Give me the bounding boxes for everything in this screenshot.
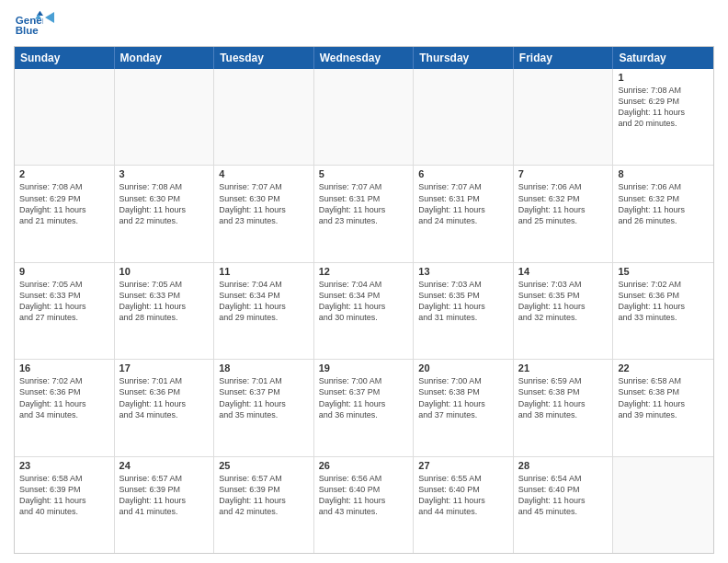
day-number: 2 xyxy=(19,168,109,179)
day-number: 27 xyxy=(418,460,508,471)
day-info: Sunrise: 7:05 AM Sunset: 6:33 PM Dayligh… xyxy=(119,279,210,324)
calendar-cell xyxy=(613,457,713,553)
day-info: Sunrise: 7:07 AM Sunset: 6:31 PM Dayligh… xyxy=(319,181,409,226)
day-number: 7 xyxy=(518,168,609,179)
day-number: 18 xyxy=(219,362,309,373)
day-number: 23 xyxy=(19,460,109,471)
svg-text:Blue: Blue xyxy=(16,25,40,36)
day-info: Sunrise: 6:59 AM Sunset: 6:38 PM Dayligh… xyxy=(518,375,609,420)
day-info: Sunrise: 6:54 AM Sunset: 6:40 PM Dayligh… xyxy=(518,473,609,518)
calendar-cell xyxy=(15,69,115,165)
calendar-cell: 17Sunrise: 7:01 AM Sunset: 6:36 PM Dayli… xyxy=(115,360,215,455)
calendar-body: 1Sunrise: 7:08 AM Sunset: 6:29 PM Daylig… xyxy=(15,69,713,553)
calendar-cell: 25Sunrise: 6:57 AM Sunset: 6:39 PM Dayli… xyxy=(214,457,314,553)
day-number: 21 xyxy=(518,362,609,373)
calendar-cell: 24Sunrise: 6:57 AM Sunset: 6:39 PM Dayli… xyxy=(115,457,215,553)
day-number: 1 xyxy=(618,72,709,83)
day-header-thursday: Thursday xyxy=(414,47,514,69)
calendar-week-5: 23Sunrise: 6:58 AM Sunset: 6:39 PM Dayli… xyxy=(15,457,713,553)
day-number: 9 xyxy=(19,266,109,277)
calendar-cell xyxy=(414,69,514,165)
day-info: Sunrise: 7:05 AM Sunset: 6:33 PM Dayligh… xyxy=(19,279,109,324)
day-info: Sunrise: 7:08 AM Sunset: 6:30 PM Dayligh… xyxy=(119,181,210,226)
svg-marker-4 xyxy=(45,12,54,23)
day-info: Sunrise: 7:02 AM Sunset: 6:36 PM Dayligh… xyxy=(618,279,709,324)
calendar-cell: 4Sunrise: 7:07 AM Sunset: 6:30 PM Daylig… xyxy=(214,166,314,261)
day-number: 16 xyxy=(19,362,109,373)
day-info: Sunrise: 7:08 AM Sunset: 6:29 PM Dayligh… xyxy=(618,85,709,130)
day-header-tuesday: Tuesday xyxy=(214,47,314,69)
day-number: 24 xyxy=(119,460,210,471)
day-info: Sunrise: 6:58 AM Sunset: 6:38 PM Dayligh… xyxy=(618,375,709,420)
calendar-cell: 28Sunrise: 6:54 AM Sunset: 6:40 PM Dayli… xyxy=(514,457,614,553)
day-number: 22 xyxy=(618,362,709,373)
day-info: Sunrise: 6:57 AM Sunset: 6:39 PM Dayligh… xyxy=(119,473,210,518)
day-number: 20 xyxy=(418,362,508,373)
calendar-cell: 27Sunrise: 6:55 AM Sunset: 6:40 PM Dayli… xyxy=(414,457,514,553)
day-number: 26 xyxy=(319,460,409,471)
day-number: 5 xyxy=(319,168,409,179)
calendar-week-2: 2Sunrise: 7:08 AM Sunset: 6:29 PM Daylig… xyxy=(15,166,713,262)
page: General Blue SundayMondayTuesdayWednesda… xyxy=(0,0,728,563)
day-number: 13 xyxy=(418,266,508,277)
calendar-cell: 18Sunrise: 7:01 AM Sunset: 6:37 PM Dayli… xyxy=(214,360,314,455)
calendar-cell xyxy=(314,69,415,165)
calendar-week-3: 9Sunrise: 7:05 AM Sunset: 6:33 PM Daylig… xyxy=(15,263,713,360)
calendar-cell: 14Sunrise: 7:03 AM Sunset: 6:35 PM Dayli… xyxy=(514,263,614,359)
day-header-wednesday: Wednesday xyxy=(314,47,415,69)
day-info: Sunrise: 7:07 AM Sunset: 6:30 PM Dayligh… xyxy=(219,181,309,226)
calendar-cell xyxy=(214,69,314,165)
calendar-cell: 26Sunrise: 6:56 AM Sunset: 6:40 PM Dayli… xyxy=(314,457,415,553)
calendar-week-1: 1Sunrise: 7:08 AM Sunset: 6:29 PM Daylig… xyxy=(15,69,713,166)
calendar-cell: 2Sunrise: 7:08 AM Sunset: 6:29 PM Daylig… xyxy=(15,166,115,261)
calendar-cell: 23Sunrise: 6:58 AM Sunset: 6:39 PM Dayli… xyxy=(15,457,115,553)
calendar-cell xyxy=(115,69,215,165)
day-number: 4 xyxy=(219,168,309,179)
day-header-friday: Friday xyxy=(514,47,614,69)
calendar-cell: 20Sunrise: 7:00 AM Sunset: 6:38 PM Dayli… xyxy=(414,360,514,455)
day-number: 11 xyxy=(219,266,309,277)
calendar-cell: 11Sunrise: 7:04 AM Sunset: 6:34 PM Dayli… xyxy=(214,263,314,359)
calendar-week-4: 16Sunrise: 7:02 AM Sunset: 6:36 PM Dayli… xyxy=(15,360,713,456)
day-number: 14 xyxy=(518,266,609,277)
day-info: Sunrise: 7:02 AM Sunset: 6:36 PM Dayligh… xyxy=(19,375,109,420)
calendar-cell: 10Sunrise: 7:05 AM Sunset: 6:33 PM Dayli… xyxy=(115,263,215,359)
day-header-monday: Monday xyxy=(115,47,215,69)
calendar-cell: 6Sunrise: 7:07 AM Sunset: 6:31 PM Daylig… xyxy=(414,166,514,261)
calendar-cell xyxy=(514,69,614,165)
day-info: Sunrise: 7:06 AM Sunset: 6:32 PM Dayligh… xyxy=(518,181,609,226)
calendar-cell: 19Sunrise: 7:00 AM Sunset: 6:37 PM Dayli… xyxy=(314,360,415,455)
day-info: Sunrise: 6:56 AM Sunset: 6:40 PM Dayligh… xyxy=(319,473,409,518)
day-info: Sunrise: 7:06 AM Sunset: 6:32 PM Dayligh… xyxy=(618,181,709,226)
calendar-header: SundayMondayTuesdayWednesdayThursdayFrid… xyxy=(15,47,713,69)
calendar-cell: 9Sunrise: 7:05 AM Sunset: 6:33 PM Daylig… xyxy=(15,263,115,359)
calendar-cell: 7Sunrise: 7:06 AM Sunset: 6:32 PM Daylig… xyxy=(514,166,614,261)
day-number: 17 xyxy=(119,362,210,373)
day-number: 12 xyxy=(319,266,409,277)
day-info: Sunrise: 7:00 AM Sunset: 6:38 PM Dayligh… xyxy=(418,375,508,420)
day-header-saturday: Saturday xyxy=(613,47,713,69)
day-info: Sunrise: 7:01 AM Sunset: 6:37 PM Dayligh… xyxy=(219,375,309,420)
calendar-cell: 12Sunrise: 7:04 AM Sunset: 6:34 PM Dayli… xyxy=(314,263,415,359)
calendar-cell: 3Sunrise: 7:08 AM Sunset: 6:30 PM Daylig… xyxy=(115,166,215,261)
day-header-sunday: Sunday xyxy=(15,47,115,69)
calendar-cell: 13Sunrise: 7:03 AM Sunset: 6:35 PM Dayli… xyxy=(414,263,514,359)
day-info: Sunrise: 7:00 AM Sunset: 6:37 PM Dayligh… xyxy=(319,375,409,420)
day-info: Sunrise: 7:01 AM Sunset: 6:36 PM Dayligh… xyxy=(119,375,210,420)
day-info: Sunrise: 7:04 AM Sunset: 6:34 PM Dayligh… xyxy=(219,279,309,324)
day-number: 10 xyxy=(119,266,210,277)
calendar-cell: 5Sunrise: 7:07 AM Sunset: 6:31 PM Daylig… xyxy=(314,166,415,261)
calendar: SundayMondayTuesdayWednesdayThursdayFrid… xyxy=(14,46,714,554)
day-info: Sunrise: 7:08 AM Sunset: 6:29 PM Dayligh… xyxy=(19,181,109,226)
calendar-cell: 22Sunrise: 6:58 AM Sunset: 6:38 PM Dayli… xyxy=(613,360,713,455)
day-number: 6 xyxy=(418,168,508,179)
day-number: 25 xyxy=(219,460,309,471)
day-info: Sunrise: 7:04 AM Sunset: 6:34 PM Dayligh… xyxy=(319,279,409,324)
calendar-cell: 16Sunrise: 7:02 AM Sunset: 6:36 PM Dayli… xyxy=(15,360,115,455)
day-number: 8 xyxy=(618,168,709,179)
day-info: Sunrise: 6:57 AM Sunset: 6:39 PM Dayligh… xyxy=(219,473,309,518)
day-info: Sunrise: 6:55 AM Sunset: 6:40 PM Dayligh… xyxy=(418,473,508,518)
day-info: Sunrise: 6:58 AM Sunset: 6:39 PM Dayligh… xyxy=(19,473,109,518)
day-info: Sunrise: 7:07 AM Sunset: 6:31 PM Dayligh… xyxy=(418,181,508,226)
day-info: Sunrise: 7:03 AM Sunset: 6:35 PM Dayligh… xyxy=(418,279,508,324)
